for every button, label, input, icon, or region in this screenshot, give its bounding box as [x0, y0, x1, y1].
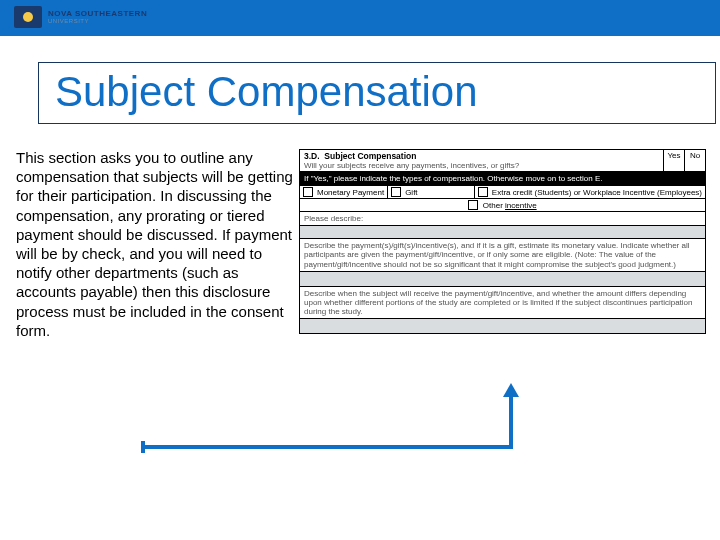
- describe-field-1[interactable]: [300, 226, 705, 239]
- logo-line-2: UNIVERSITY: [48, 18, 147, 24]
- page-title: Subject Compensation: [55, 69, 699, 115]
- checkbox-icon[interactable]: [478, 187, 488, 197]
- nsu-logo: NOVA SOUTHEASTERN UNIVERSITY: [14, 6, 147, 28]
- form-header-row: 3.D. Subject Compensation Will your subj…: [300, 150, 705, 172]
- other-label: Other: [483, 201, 505, 210]
- option-other-row: Other incentive: [300, 199, 705, 212]
- question-receive: Will your subjects receive any payments,…: [304, 161, 519, 170]
- describe-field-3[interactable]: [300, 319, 705, 333]
- body-paragraph: This section asks you to outline any com…: [16, 148, 298, 340]
- yes-cell[interactable]: Yes: [663, 150, 684, 171]
- please-describe-label: Please describe:: [300, 212, 705, 226]
- describe-field-2[interactable]: [300, 272, 705, 287]
- no-cell[interactable]: No: [684, 150, 705, 171]
- if-yes-bar: If "Yes," please indicate the types of c…: [300, 172, 705, 186]
- checkbox-icon[interactable]: [468, 200, 478, 210]
- describe-payment-label: Describe the payment(s)/gift(s)/incentiv…: [300, 239, 705, 272]
- option-gift: Gift: [388, 186, 475, 198]
- other-value: incentive: [505, 201, 537, 210]
- title-box: Subject Compensation: [38, 62, 716, 124]
- checkbox-icon[interactable]: [303, 187, 313, 197]
- sun-icon: [23, 12, 33, 22]
- logo-badge-icon: [14, 6, 42, 28]
- describe-when-label: Describe when the subject will receive t…: [300, 287, 705, 320]
- arrow-head-icon: [503, 383, 519, 397]
- logo-line-1: NOVA SOUTHEASTERN: [48, 10, 147, 18]
- section-number: 3.D.: [304, 151, 320, 161]
- form-3d: 3.D. Subject Compensation Will your subj…: [299, 149, 706, 334]
- checkbox-icon[interactable]: [391, 187, 401, 197]
- compensation-options-row: Monetary Payment Gift Extra credit (Stud…: [300, 186, 705, 199]
- arrow-horizontal: [143, 445, 513, 449]
- option-monetary: Monetary Payment: [300, 186, 388, 198]
- option-extra-credit: Extra credit (Students) or Workplace Inc…: [475, 186, 705, 198]
- section-title: Subject Compensation: [324, 151, 416, 161]
- arrow-vertical: [509, 395, 513, 449]
